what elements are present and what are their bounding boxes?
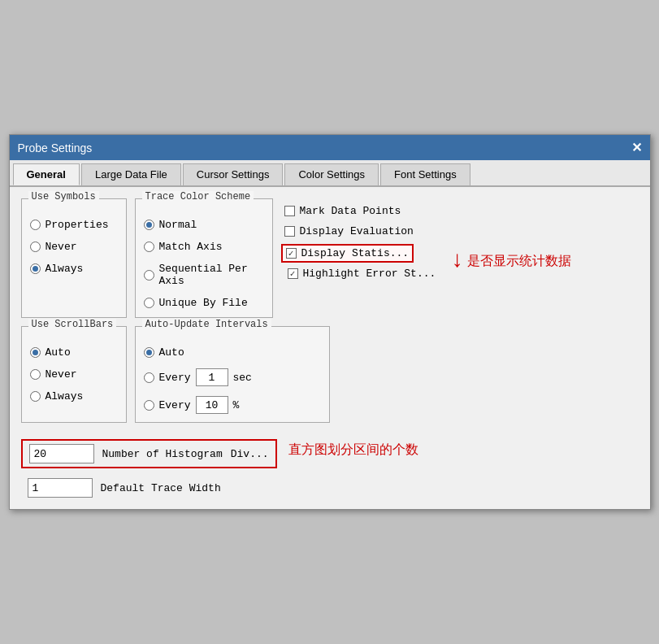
radio-scrollbars-never[interactable]: [30, 369, 41, 380]
trace-width-input[interactable]: [28, 478, 93, 498]
histogram-label: Number of Histogram: [102, 448, 223, 460]
radio-always-symbols[interactable]: [30, 263, 41, 274]
use-scrollbars-options: Auto Never Always: [30, 346, 118, 402]
auto-update-auto[interactable]: Auto: [144, 346, 321, 359]
label-normal: Normal: [159, 219, 197, 231]
tab-color-settings[interactable]: Color Settings: [284, 163, 379, 185]
use-symbols-options: Properties Never Always: [30, 219, 118, 275]
input-every-sec[interactable]: [196, 368, 228, 386]
tab-font-settings[interactable]: Font Settings: [380, 163, 470, 185]
radio-never-symbols[interactable]: [30, 242, 41, 252]
trace-color-label: Trace Color Scheme: [142, 191, 254, 202]
probe-settings-window: Probe Settings ✕ General Large Data File…: [9, 134, 651, 510]
tab-general[interactable]: General: [13, 163, 80, 185]
trace-color-options: Normal Match Axis Sequential Per Axis Un…: [144, 219, 264, 309]
radio-update-auto[interactable]: [144, 347, 154, 358]
label-display-statis: Display Statis...: [301, 247, 410, 259]
checkbox-display-statis[interactable]: [286, 248, 297, 259]
checkbox-highlight-error[interactable]: [288, 268, 298, 279]
radio-unique[interactable]: [144, 298, 154, 308]
tab-bar: General Large Data File Cursor Settings …: [10, 160, 650, 187]
trace-color-sequential[interactable]: Sequential Per Axis: [144, 263, 264, 287]
mark-data-points-row[interactable]: Mark Data Points: [281, 203, 572, 219]
use-symbols-properties[interactable]: Properties: [30, 219, 118, 231]
display-statis-row[interactable]: Display Statis...: [281, 244, 414, 263]
window-title: Probe Settings: [18, 141, 93, 154]
radio-properties[interactable]: [30, 220, 41, 230]
label-properties: Properties: [46, 219, 109, 231]
trace-color-unique[interactable]: Unique By File: [144, 297, 264, 309]
unit-sec: sec: [233, 372, 252, 384]
scrollbars-auto[interactable]: Auto: [30, 346, 118, 359]
trace-color-normal[interactable]: Normal: [144, 219, 264, 231]
label-display-evaluation: Display Evaluation: [300, 225, 414, 237]
label-every-pct: Every: [159, 399, 191, 411]
auto-update-options: Auto Every sec Every %: [144, 346, 321, 414]
auto-update-label: Auto-Update Intervals: [142, 319, 271, 330]
red-arrow-icon: ↓: [450, 250, 464, 272]
use-symbols-never[interactable]: Never: [30, 241, 118, 253]
input-every-pct[interactable]: [196, 396, 228, 414]
use-scrollbars-label: Use ScrollBars: [28, 319, 117, 330]
highlight-error-row[interactable]: Highlight Error St...: [284, 266, 440, 281]
trace-color-group: Trace Color Scheme Normal Match Axis Seq…: [135, 198, 273, 318]
radio-match-axis[interactable]: [144, 242, 154, 252]
content-area: Use Symbols Properties Never Always: [10, 187, 650, 509]
scrollbars-always[interactable]: Always: [30, 390, 118, 402]
label-update-auto: Auto: [159, 346, 184, 359]
use-symbols-group: Use Symbols Properties Never Always: [21, 198, 127, 318]
title-bar: Probe Settings ✕: [10, 135, 650, 160]
close-button[interactable]: ✕: [631, 140, 642, 155]
annotation-display-statis: 是否显示统计数据: [467, 253, 571, 270]
label-never-symbols: Never: [46, 241, 77, 253]
label-every-sec: Every: [159, 372, 191, 384]
radio-scrollbars-always[interactable]: [30, 391, 41, 402]
tab-large-data-file[interactable]: Large Data File: [81, 163, 181, 185]
radio-update-sec[interactable]: [144, 372, 154, 383]
checkbox-mark-data-points[interactable]: [284, 206, 295, 216]
histogram-label2: Div...: [231, 448, 269, 460]
use-symbols-always[interactable]: Always: [30, 263, 118, 275]
histogram-input[interactable]: [29, 444, 94, 463]
label-scrollbars-never: Never: [46, 368, 77, 381]
label-always-symbols: Always: [46, 263, 84, 275]
label-highlight-error: Highlight Error St...: [303, 268, 436, 280]
auto-update-every-sec[interactable]: Every sec: [144, 368, 321, 386]
radio-normal[interactable]: [144, 220, 154, 230]
radio-update-pct[interactable]: [144, 400, 154, 411]
unit-pct: %: [233, 399, 240, 411]
auto-update-every-pct[interactable]: Every %: [144, 396, 321, 414]
histogram-section: Number of Histogram Div...: [21, 439, 277, 468]
tab-cursor-settings[interactable]: Cursor Settings: [183, 163, 284, 185]
radio-scrollbars-auto[interactable]: [30, 347, 41, 358]
trace-width-section: Default Trace Width: [21, 475, 639, 501]
label-scrollbars-auto: Auto: [46, 346, 71, 359]
label-scrollbars-always: Always: [46, 390, 84, 402]
use-scrollbars-group: Use ScrollBars Auto Never Always: [21, 326, 127, 423]
scrollbars-never[interactable]: Never: [30, 368, 118, 381]
annotation-histogram: 直方图划分区间的个数: [288, 442, 418, 459]
use-symbols-label: Use Symbols: [28, 191, 99, 202]
label-mark-data-points: Mark Data Points: [300, 205, 401, 217]
radio-sequential[interactable]: [144, 270, 154, 281]
label-match-axis: Match Axis: [159, 241, 223, 253]
label-sequential: Sequential Per Axis: [159, 263, 264, 287]
right-panel: Mark Data Points Display Evaluation Disp…: [281, 198, 572, 318]
auto-update-group: Auto-Update Intervals Auto Every sec: [135, 326, 330, 423]
trace-width-label: Default Trace Width: [101, 482, 221, 494]
display-evaluation-row[interactable]: Display Evaluation: [281, 224, 572, 239]
trace-color-match-axis[interactable]: Match Axis: [144, 241, 264, 253]
label-unique: Unique By File: [159, 297, 248, 309]
checkbox-display-evaluation[interactable]: [284, 226, 295, 237]
top-row: Use Symbols Properties Never Always: [21, 198, 639, 318]
bottom-row: Use ScrollBars Auto Never Always: [21, 326, 639, 423]
